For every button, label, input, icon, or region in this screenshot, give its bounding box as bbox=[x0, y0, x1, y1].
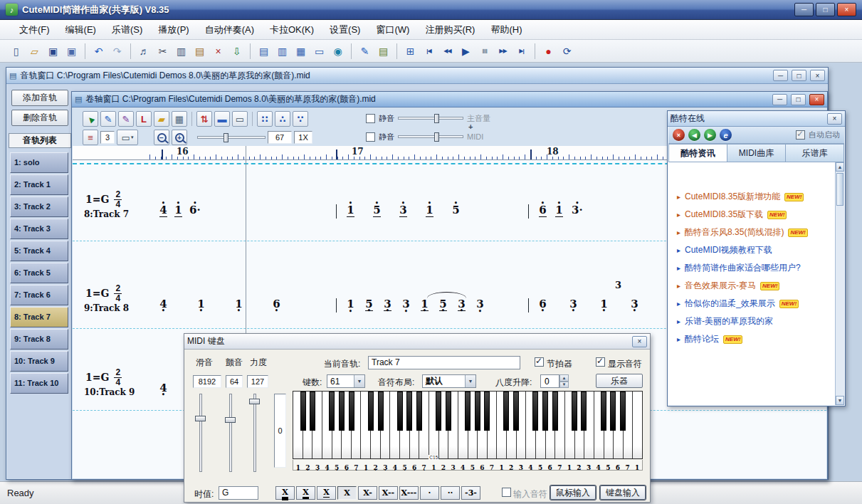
keyboard-input-button[interactable]: 键盘输入 bbox=[600, 485, 646, 500]
news-link-8[interactable]: ▸酷特论坛NEW! bbox=[668, 330, 844, 348]
black-key[interactable] bbox=[581, 392, 587, 431]
note[interactable]: 3 bbox=[399, 204, 407, 217]
news-link-4[interactable]: ▸酷特简谱作曲家适合哪些用户? bbox=[668, 259, 844, 277]
dot-button[interactable]: · bbox=[420, 486, 439, 500]
vibrato-slider-thumb[interactable] bbox=[225, 417, 236, 423]
scroll-up-icon[interactable]: ▲ bbox=[836, 162, 844, 172]
notepad-icon[interactable]: ▤ bbox=[374, 42, 392, 60]
track-item-11[interactable]: 11: Track 10 bbox=[10, 373, 68, 394]
track-item-3[interactable]: 3: Track 2 bbox=[10, 196, 68, 217]
news-link-text[interactable]: CuteMIDI8.35版下载 bbox=[685, 209, 763, 221]
loop-icon[interactable]: ⟳ bbox=[558, 42, 576, 60]
fast-forward-icon[interactable]: ▶▶ bbox=[494, 42, 512, 60]
menu-item-6[interactable]: 设置(S) bbox=[322, 21, 368, 39]
black-key[interactable] bbox=[503, 392, 509, 431]
track-item-4[interactable]: 4: Track 3 bbox=[10, 219, 68, 239]
double-dot-button[interactable]: ·· bbox=[441, 486, 460, 500]
menu-item-2[interactable]: 乐谱(S) bbox=[104, 21, 150, 39]
first-icon[interactable]: |◀ bbox=[420, 42, 438, 60]
note[interactable]: 1 bbox=[426, 204, 433, 217]
black-key[interactable] bbox=[484, 392, 490, 431]
note[interactable]: 3· bbox=[572, 204, 583, 217]
black-key[interactable] bbox=[436, 392, 441, 431]
close-button[interactable]: × bbox=[837, 3, 856, 16]
input-note-checkbox[interactable] bbox=[502, 488, 511, 497]
menu-item-4[interactable]: 自动伴奏(A) bbox=[197, 21, 262, 39]
forward-button[interactable]: ▶ bbox=[704, 129, 716, 141]
track-window-minimize-button[interactable]: ─ bbox=[773, 70, 788, 81]
menu-item-1[interactable]: 编辑(E) bbox=[58, 21, 104, 39]
kute-panel-titlebar[interactable]: 酷特在线 × bbox=[668, 111, 845, 127]
news-link-7[interactable]: ▸乐谱-美丽的草原我的家 bbox=[668, 313, 844, 330]
refresh-button[interactable]: e bbox=[720, 129, 732, 141]
black-key[interactable] bbox=[416, 392, 422, 431]
pencil-icon[interactable]: ✎ bbox=[356, 42, 374, 60]
note[interactable]: 3 bbox=[402, 298, 410, 311]
news-link-text[interactable]: 音色效果展示-赛马 bbox=[685, 280, 756, 292]
black-key[interactable] bbox=[620, 392, 626, 431]
quarter-note-button[interactable]: X bbox=[337, 486, 357, 500]
list-view-icon[interactable]: ▦ bbox=[292, 42, 310, 60]
black-key[interactable] bbox=[397, 392, 403, 431]
note[interactable]: 6 bbox=[539, 204, 547, 217]
panel-scrollbar[interactable]: ▲ ▼ bbox=[835, 162, 844, 405]
velocity-slider[interactable] bbox=[248, 394, 261, 472]
bend-slider-thumb[interactable] bbox=[195, 416, 206, 421]
note[interactable]: 1 bbox=[174, 204, 182, 217]
note[interactable]: 4 bbox=[159, 204, 167, 217]
bend-slider[interactable] bbox=[194, 394, 207, 472]
news-link-text[interactable]: 酷特音乐风8.35(简线混排) bbox=[685, 226, 784, 238]
news-link-text[interactable]: 乐谱-美丽的草原我的家 bbox=[685, 315, 773, 327]
note[interactable]: 3 bbox=[476, 298, 484, 311]
new-file-icon[interactable]: ▯ bbox=[7, 42, 25, 60]
black-key[interactable] bbox=[513, 392, 519, 431]
dotted-half-note-button[interactable]: X-- bbox=[379, 486, 398, 500]
black-key[interactable] bbox=[349, 392, 354, 431]
whole-note-button[interactable]: X--- bbox=[399, 486, 419, 500]
octave-shift-spinner[interactable]: 0 ▲▼ bbox=[540, 374, 569, 388]
half-note-button[interactable]: X- bbox=[358, 486, 377, 500]
note[interactable]: 3 bbox=[458, 298, 466, 311]
panel-tab-0[interactable]: 酷特资讯 bbox=[668, 144, 727, 162]
web-icon[interactable]: ◉ bbox=[329, 42, 347, 60]
news-link-0[interactable]: ▸CuteMIDI8.35版新增功能NEW! bbox=[668, 188, 844, 206]
black-key[interactable] bbox=[542, 392, 548, 431]
news-link-3[interactable]: ▸CuteMIDI视频教程下载 bbox=[668, 241, 844, 259]
note[interactable]: 1 bbox=[197, 298, 205, 310]
news-link-text[interactable]: 酷特简谱作曲家适合哪些用户? bbox=[685, 262, 801, 274]
note[interactable]: 1 bbox=[555, 204, 563, 217]
note[interactable]: 1 bbox=[235, 298, 243, 310]
pause-icon[interactable]: ▮▮ bbox=[475, 42, 493, 60]
record-icon[interactable]: ● bbox=[540, 42, 557, 60]
menu-item-5[interactable]: 卡拉OK(K) bbox=[262, 21, 322, 39]
8th-note-button[interactable]: X bbox=[317, 486, 336, 500]
menu-item-8[interactable]: 注册购买(R) bbox=[417, 21, 483, 39]
black-key[interactable] bbox=[475, 392, 480, 431]
note[interactable]: 3 bbox=[631, 298, 638, 310]
roll-window-close-button[interactable]: × bbox=[809, 94, 824, 105]
black-key[interactable] bbox=[465, 392, 471, 431]
note[interactable]: 5 bbox=[439, 298, 447, 311]
track-window-restore-button[interactable]: □ bbox=[792, 70, 806, 81]
black-key[interactable] bbox=[368, 392, 374, 431]
black-key[interactable] bbox=[329, 392, 335, 431]
news-link-1[interactable]: ▸CuteMIDI8.35版下载NEW! bbox=[668, 206, 844, 224]
save-all-icon[interactable]: ▣ bbox=[63, 42, 80, 60]
back-button[interactable]: ◀ bbox=[688, 129, 700, 141]
spin-up-icon[interactable]: ▲ bbox=[559, 374, 569, 382]
black-key[interactable] bbox=[552, 392, 558, 431]
white-key-36[interactable] bbox=[633, 392, 642, 458]
show-notes-checkbox[interactable] bbox=[596, 357, 605, 367]
goto-icon[interactable]: ⊞ bbox=[401, 42, 419, 60]
black-key[interactable] bbox=[572, 392, 577, 431]
menu-item-7[interactable]: 窗口(W) bbox=[368, 21, 417, 39]
note[interactable]: 1 bbox=[347, 298, 354, 311]
keyboard-view-icon[interactable]: ▭ bbox=[310, 42, 328, 60]
minimize-button[interactable]: ─ bbox=[794, 3, 814, 16]
add-track-button[interactable]: 添加音轨 bbox=[11, 90, 68, 106]
track-item-5[interactable]: 5: Track 4 bbox=[10, 241, 68, 261]
note[interactable]: 1 bbox=[600, 298, 608, 310]
black-key[interactable] bbox=[406, 392, 412, 431]
black-key[interactable] bbox=[300, 392, 306, 431]
rewind-icon[interactable]: ◀◀ bbox=[438, 42, 456, 60]
